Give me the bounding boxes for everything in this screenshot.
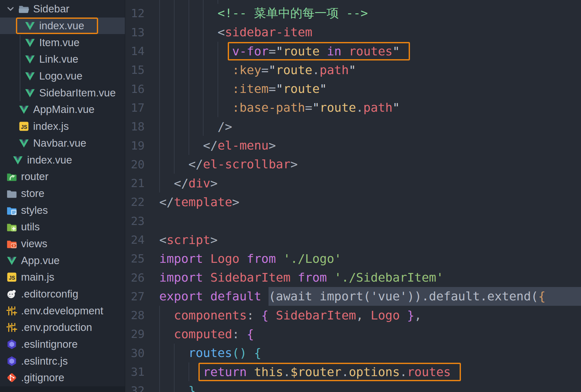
tree-item-gitignore[interactable]: .gitignore — [0, 369, 125, 386]
file-explorer: Sidebarindex.vueItem.vueLink.vueLogo.vue… — [0, 0, 125, 392]
tree-item-index-vue[interactable]: index.vue — [0, 151, 125, 168]
code-text: import SidebarItem from './SidebarItem' — [159, 268, 581, 287]
tree-item-sidebar[interactable]: Sidebar — [0, 1, 125, 18]
code-line-14[interactable]: 14v-for="route in routes" — [125, 42, 581, 60]
code-line-26[interactable]: 26import SidebarItem from './SidebarItem… — [125, 268, 581, 287]
code-line-12[interactable]: 12<!-- 菜单中的每一项 --> — [125, 4, 581, 23]
tree-item-app-vue[interactable]: App.vue — [0, 252, 125, 269]
tree-item-label: Sidebar — [33, 3, 69, 15]
indent-guides — [159, 42, 232, 60]
tree-item-logo-vue[interactable]: Logo.vue — [0, 68, 125, 85]
folder-open-icon — [18, 3, 30, 15]
tree-item-label: Navbar.vue — [33, 137, 86, 149]
code-line-31[interactable]: 31return this.$router.options.routes — [125, 362, 581, 381]
code-line-28[interactable]: 28components: { SidebarItem, Logo }, — [125, 306, 581, 325]
code-text: routes() { — [159, 344, 581, 362]
code-text: /> — [159, 117, 581, 136]
svg-text:JS: JS — [9, 276, 15, 281]
code-line-18[interactable]: 18/> — [125, 117, 581, 136]
tree-item-router[interactable]: router — [0, 168, 125, 185]
sidebar-bottom-strip — [0, 386, 125, 392]
tree-item-label: .env.development — [21, 305, 103, 317]
code-line-13[interactable]: 13<sidebar-item — [125, 23, 581, 42]
indent-guides — [159, 306, 174, 325]
tree-item-label: Link.vue — [39, 53, 78, 65]
vue-icon — [24, 70, 36, 82]
code-line-17[interactable]: 17:base-path="route.path" — [125, 98, 581, 117]
tree-item-label: Logo.vue — [39, 70, 82, 82]
tree-item-main-js[interactable]: JSmain.js — [0, 269, 125, 286]
folder-icon — [6, 188, 18, 199]
code-line-16[interactable]: 16:item="route" — [125, 79, 581, 98]
code-line-15[interactable]: 15:key="route.path" — [125, 60, 581, 79]
code-text: > — [159, 0, 581, 4]
tree-item-views[interactable]: views — [0, 235, 125, 252]
editor-pane[interactable]: 11>12<!-- 菜单中的每一项 -->13<sidebar-item14v-… — [125, 0, 581, 392]
code-line-21[interactable]: 21</div> — [125, 174, 581, 192]
indent-guides — [159, 155, 189, 174]
indent-guides — [159, 23, 218, 42]
line-number: 30 — [125, 344, 159, 362]
code-text: </div> — [159, 174, 581, 192]
tree-item-label: views — [21, 238, 47, 250]
folder-router-icon — [6, 171, 18, 182]
tree-item-label: index.js — [33, 120, 69, 132]
tree-item-styles[interactable]: styles — [0, 202, 125, 219]
line-number: 26 — [125, 268, 159, 287]
tree-item-label: utils — [21, 221, 40, 233]
folder-styles-icon — [6, 205, 18, 216]
line-number: 13 — [125, 23, 159, 42]
tree-item-label: SidebarItem.vue — [39, 87, 116, 99]
tree-item-item-vue[interactable]: Item.vue — [0, 34, 125, 51]
code-line-24[interactable]: 24<script> — [125, 230, 581, 249]
code-line-19[interactable]: 19</el-menu> — [125, 136, 581, 155]
tree-item-label: index.vue — [27, 154, 72, 166]
code-line-25[interactable]: 25import Logo from './Logo' — [125, 249, 581, 268]
line-number: 22 — [125, 192, 159, 211]
tree-item-label: store — [21, 187, 44, 200]
tree-item-index-js[interactable]: JSindex.js — [0, 118, 125, 135]
line-number: 27 — [125, 287, 159, 306]
tree-item-env-production[interactable]: .env.production — [0, 319, 125, 336]
tree-item-editorconfig[interactable]: .editorconfig — [0, 286, 125, 303]
line-number: 12 — [125, 4, 159, 23]
editorconfig-icon — [6, 288, 18, 300]
code-text: components: { SidebarItem, Logo }, — [159, 306, 581, 325]
tree-item-index-vue[interactable]: index.vue — [0, 18, 125, 34]
indent-guides — [159, 0, 232, 4]
line-number: 24 — [125, 230, 159, 249]
tree-item-label: .gitignore — [21, 372, 64, 384]
line-number: 19 — [125, 136, 159, 155]
vue-icon — [24, 20, 36, 32]
tree-item-label: .editorconfig — [21, 288, 78, 300]
code-line-29[interactable]: 29computed: { — [125, 325, 581, 343]
code-line-11[interactable]: 11> — [125, 0, 581, 4]
line-number: 18 — [125, 117, 159, 136]
tree-item-store[interactable]: store — [0, 185, 125, 202]
tree-item-eslintrc-js[interactable]: .eslintrc.js — [0, 353, 125, 369]
indent-guides — [159, 136, 203, 155]
tree-item-label: Item.vue — [39, 37, 80, 49]
code-line-20[interactable]: 20</el-scrollbar> — [125, 155, 581, 174]
tree-item-sidebaritem-vue[interactable]: SidebarItem.vue — [0, 84, 125, 101]
tree-item-eslintignore[interactable]: .eslintignore — [0, 336, 125, 353]
tree-item-link-vue[interactable]: Link.vue — [0, 51, 125, 68]
code-line-27[interactable]: 27export default (await import('vue')).d… — [125, 287, 581, 306]
code-line-30[interactable]: 30routes() { — [125, 344, 581, 362]
code-text — [159, 212, 581, 230]
code-text: computed: { — [159, 325, 581, 343]
indent-guides — [159, 325, 174, 343]
code-line-32[interactable]: 32}, — [125, 381, 581, 392]
line-number: 15 — [125, 60, 159, 79]
tree-item-navbar-vue[interactable]: Navbar.vue — [0, 135, 125, 152]
tree-item-env-development[interactable]: .env.development — [0, 302, 125, 319]
tree-item-appmain-vue[interactable]: AppMain.vue — [0, 101, 125, 118]
code-text: <script> — [159, 230, 581, 249]
code-line-23[interactable]: 23 — [125, 212, 581, 230]
tree-item-utils[interactable]: utils — [0, 219, 125, 235]
code-text: </template> — [159, 192, 581, 211]
code-line-22[interactable]: 22</template> — [125, 192, 581, 211]
tree-item-label: index.vue — [39, 20, 84, 32]
chevron-down-icon[interactable] — [4, 4, 17, 14]
code-text: export default (await import('vue')).def… — [159, 287, 581, 306]
